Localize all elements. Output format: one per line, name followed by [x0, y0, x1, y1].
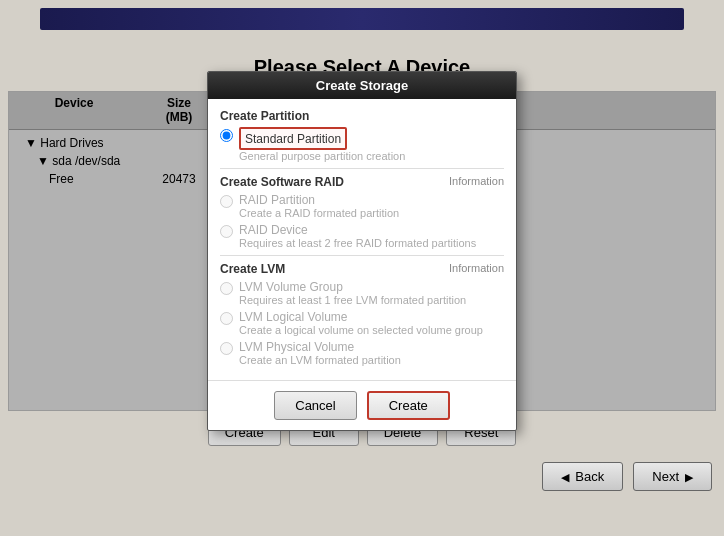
- option-lvm-pv: LVM Physical Volume Create an LVM format…: [239, 340, 401, 366]
- option-raid-partition: RAID Partition Create a RAID formated pa…: [239, 193, 399, 219]
- option-row-lvm-vg: LVM Volume Group Requires at least 1 fre…: [220, 280, 504, 306]
- lvm-info: Information: [449, 262, 504, 274]
- lvm-vg-label: LVM Volume Group: [239, 280, 466, 294]
- modal-title: Create Storage: [208, 72, 516, 99]
- modal-overlay: Create Storage Create Partition Standard…: [9, 92, 715, 410]
- create-storage-modal: Create Storage Create Partition Standard…: [207, 71, 517, 431]
- standard-partition-desc: General purpose partition creation: [239, 150, 405, 162]
- modal-body: Create Partition Standard Partition Gene…: [208, 99, 516, 380]
- divider-2: [220, 255, 504, 256]
- divider-1: [220, 168, 504, 169]
- lvm-pv-label: LVM Physical Volume: [239, 340, 401, 354]
- standard-partition-label: Standard Partition: [245, 132, 341, 146]
- lvm-vg-desc: Requires at least 1 free LVM formated pa…: [239, 294, 466, 306]
- option-row-standard[interactable]: Standard Partition General purpose parti…: [220, 127, 504, 162]
- back-button[interactable]: Back: [542, 462, 623, 491]
- raid-partition-label: RAID Partition: [239, 193, 399, 207]
- create-lvm-label: Create LVM Information: [220, 262, 504, 276]
- create-lvm-section: Create LVM Information LVM Volume Group …: [220, 262, 504, 366]
- option-standard-partition: Standard Partition General purpose parti…: [239, 127, 405, 162]
- back-arrow-icon: [561, 469, 569, 484]
- raid-device-desc: Requires at least 2 free RAID formated p…: [239, 237, 476, 249]
- create-software-raid-section: Create Software RAID Information RAID Pa…: [220, 175, 504, 249]
- option-lvm-lv: LVM Logical Volume Create a logical volu…: [239, 310, 483, 336]
- raid-partition-desc: Create a RAID formated partition: [239, 207, 399, 219]
- cancel-button[interactable]: Cancel: [274, 391, 356, 420]
- next-arrow-icon: [685, 469, 693, 484]
- radio-lvm-logical-volume[interactable]: [220, 312, 233, 325]
- option-raid-device: RAID Device Requires at least 2 free RAI…: [239, 223, 476, 249]
- create-partition-section: Create Partition Standard Partition Gene…: [220, 109, 504, 162]
- top-bar: [40, 8, 684, 30]
- lvm-lv-desc: Create a logical volume on selected volu…: [239, 324, 483, 336]
- modal-footer: Cancel Create: [208, 380, 516, 430]
- option-lvm-vg: LVM Volume Group Requires at least 1 fre…: [239, 280, 466, 306]
- radio-lvm-physical-volume[interactable]: [220, 342, 233, 355]
- create-partition-label: Create Partition: [220, 109, 504, 123]
- raid-info: Information: [449, 175, 504, 187]
- lvm-lv-label: LVM Logical Volume: [239, 310, 483, 324]
- device-table-area: Device Size(MB) MouRAID ▼ Hard Drives ▼ …: [8, 91, 716, 411]
- option-row-lvm-lv: LVM Logical Volume Create a logical volu…: [220, 310, 504, 336]
- option-row-raid-device: RAID Device Requires at least 2 free RAI…: [220, 223, 504, 249]
- lvm-pv-desc: Create an LVM formated partition: [239, 354, 401, 366]
- nav-bar: Back Next: [0, 454, 724, 499]
- option-row-raid-partition: RAID Partition Create a RAID formated pa…: [220, 193, 504, 219]
- radio-raid-device[interactable]: [220, 225, 233, 238]
- radio-raid-partition[interactable]: [220, 195, 233, 208]
- radio-standard-partition[interactable]: [220, 129, 233, 142]
- next-button[interactable]: Next: [633, 462, 712, 491]
- radio-lvm-volume-group[interactable]: [220, 282, 233, 295]
- modal-create-button[interactable]: Create: [367, 391, 450, 420]
- raid-device-label: RAID Device: [239, 223, 476, 237]
- option-row-lvm-pv: LVM Physical Volume Create an LVM format…: [220, 340, 504, 366]
- create-raid-label: Create Software RAID Information: [220, 175, 504, 189]
